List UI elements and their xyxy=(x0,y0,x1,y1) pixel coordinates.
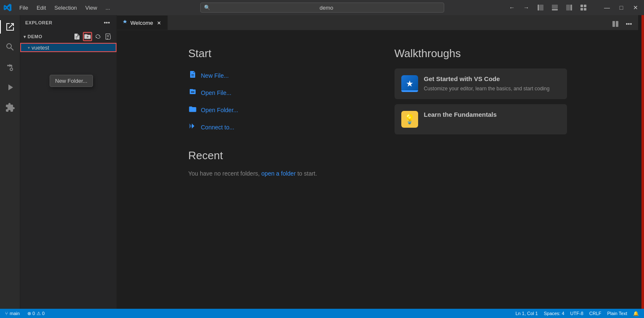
svg-rect-9 xyxy=(584,8,586,11)
bulb-icon: 💡 xyxy=(404,114,415,125)
menu-edit[interactable]: Edit xyxy=(32,0,50,15)
svg-rect-0 xyxy=(538,5,539,11)
svg-rect-11 xyxy=(616,21,618,27)
statusbar-position[interactable]: Ln 1, Col 1 xyxy=(514,311,539,316)
search-bar-text: demo xyxy=(213,5,440,11)
error-count: ⊗ 0 xyxy=(27,311,35,316)
statusbar-notifications[interactable]: 🔔 xyxy=(631,311,641,316)
welcome-content: Start New File... Open File... xyxy=(188,47,567,292)
search-bar[interactable]: 🔍 demo xyxy=(200,3,444,13)
statusbar-eol[interactable]: CRLF xyxy=(588,311,603,316)
sidebar: EXPLORER ••• ▾ DEMO xyxy=(20,15,117,309)
open-folder-recent-link[interactable]: open a folder xyxy=(261,170,296,177)
svg-rect-10 xyxy=(612,21,615,27)
open-file-link-icon xyxy=(188,87,197,98)
activity-explorer[interactable] xyxy=(0,17,20,37)
open-folder-link[interactable]: Open Folder... xyxy=(188,105,361,115)
new-folder-button[interactable] xyxy=(83,32,92,41)
menu-file[interactable]: File xyxy=(15,0,32,15)
welcome-tab-icon xyxy=(122,19,128,26)
svg-rect-3 xyxy=(552,9,558,11)
tree-arrow-icon: ▾ xyxy=(28,45,30,50)
tab-welcome-label: Welcome xyxy=(130,20,153,26)
open-file-link[interactable]: Open File... xyxy=(188,87,361,98)
svg-rect-7 xyxy=(584,5,586,7)
svg-rect-4 xyxy=(570,5,572,11)
new-file-link-text: New File... xyxy=(201,72,229,79)
walkthrough-card-fundamentals[interactable]: 💡 Learn the Fundamentals xyxy=(395,104,567,134)
walkthrough-body-fundamentals: Learn the Fundamentals xyxy=(424,111,560,121)
new-file-link-icon xyxy=(188,70,197,81)
svg-rect-8 xyxy=(580,8,583,11)
branch-icon: ⑂ xyxy=(5,311,8,316)
connect-link-icon xyxy=(188,122,197,132)
toggle-panel-button[interactable] xyxy=(548,1,562,14)
star-icon: ★ xyxy=(406,79,413,89)
walkthrough-body-get-started: Get Started with VS Code Customize your … xyxy=(424,75,560,92)
toggle-primary-sidebar-button[interactable] xyxy=(534,1,547,14)
statusbar-errors[interactable]: ⊗ 0 ⚠ 0 xyxy=(26,309,46,318)
tab-close-button[interactable]: ✕ xyxy=(156,20,162,26)
menu-view[interactable]: View xyxy=(81,0,101,15)
collapse-all-button[interactable] xyxy=(104,32,113,41)
tab-welcome[interactable]: Welcome ✕ xyxy=(117,16,168,30)
connect-to-link[interactable]: Connect to... xyxy=(188,122,361,132)
activity-source-control[interactable] xyxy=(0,57,20,77)
activity-extensions[interactable] xyxy=(0,97,20,118)
demo-section-label: DEMO xyxy=(28,34,42,39)
sidebar-demo-section[interactable]: ▾ DEMO xyxy=(20,30,117,43)
menu-more[interactable]: ... xyxy=(101,0,114,15)
welcome-page: Start New File... Open File... xyxy=(117,30,638,309)
walkthrough-icon-bulb: 💡 xyxy=(401,111,418,128)
activity-run[interactable] xyxy=(0,77,20,97)
maximize-button[interactable]: □ xyxy=(615,1,628,14)
statusbar-encoding[interactable]: UTF-8 xyxy=(569,311,585,316)
tab-bar-actions: ••• xyxy=(606,18,638,30)
activity-search[interactable] xyxy=(0,37,20,57)
search-icon: 🔍 xyxy=(204,5,210,11)
editor-area: Welcome ✕ ••• Start xyxy=(117,15,638,309)
titlebar-right: ← → — □ ✕ xyxy=(505,1,644,14)
toggle-secondary-sidebar-button[interactable] xyxy=(562,1,576,14)
close-button[interactable]: ✕ xyxy=(629,1,642,14)
layout-button[interactable] xyxy=(577,1,590,14)
split-editor-button[interactable] xyxy=(610,18,621,30)
walkthrough-card-get-started[interactable]: ★ Get Started with VS Code Customize you… xyxy=(395,68,567,99)
titlebar: File Edit Selection View ... 🔍 demo ← → … xyxy=(0,0,644,15)
walkthrough-title-get-started: Get Started with VS Code xyxy=(424,75,560,82)
walkthroughs-title: Walkthroughs xyxy=(395,47,567,60)
statusbar-language[interactable]: Plain Text xyxy=(606,311,629,316)
walkthrough-desc-get-started: Customize your editor, learn the basics,… xyxy=(424,85,560,92)
tree-item-label: vuetest xyxy=(32,45,49,51)
walkthrough-title-fundamentals: Learn the Fundamentals xyxy=(424,111,560,118)
more-actions-button[interactable]: ••• xyxy=(623,18,635,30)
warning-count: ⚠ 0 xyxy=(37,311,45,316)
activity-bar xyxy=(0,15,20,309)
open-file-link-text: Open File... xyxy=(201,89,231,96)
titlebar-center: 🔍 demo xyxy=(200,3,444,13)
right-edge xyxy=(638,15,644,309)
svg-rect-1 xyxy=(540,5,543,11)
statusbar-branch[interactable]: ⑂ main xyxy=(3,309,21,318)
start-title: Start xyxy=(188,47,361,60)
minimize-button[interactable]: — xyxy=(600,1,614,14)
new-file-link[interactable]: New File... xyxy=(188,70,361,81)
statusbar-spaces[interactable]: Spaces: 4 xyxy=(542,311,566,316)
menu-selection[interactable]: Selection xyxy=(50,0,81,15)
welcome-right: Walkthroughs ★ Get Started with VS Code … xyxy=(395,47,567,292)
refresh-button[interactable] xyxy=(93,32,103,41)
connect-link-text: Connect to... xyxy=(201,124,234,131)
sidebar-more-button[interactable]: ••• xyxy=(102,18,111,27)
progress-bar xyxy=(401,90,418,92)
svg-rect-6 xyxy=(580,5,583,7)
sidebar-header: EXPLORER ••• xyxy=(20,15,117,30)
new-file-button[interactable] xyxy=(72,32,82,41)
open-folder-link-text: Open Folder... xyxy=(201,107,239,113)
sidebar-title: EXPLORER xyxy=(25,20,53,25)
bell-icon: 🔔 xyxy=(633,311,639,316)
statusbar: ⑂ main ⊗ 0 ⚠ 0 Ln 1, Col 1 Spaces: 4 UTF… xyxy=(0,309,644,318)
tree-item-vuetest[interactable]: ▾ vuetest xyxy=(20,43,117,52)
nav-forward-button[interactable]: → xyxy=(519,1,533,14)
walkthrough-icon-star: ★ xyxy=(401,75,418,92)
nav-back-button[interactable]: ← xyxy=(505,1,519,14)
